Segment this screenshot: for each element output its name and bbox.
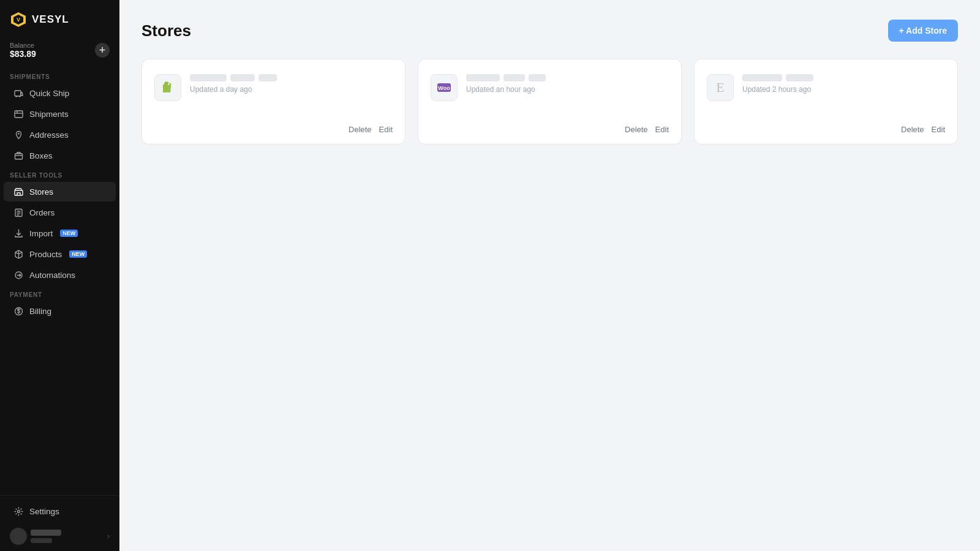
sidebar-item-orders[interactable]: Orders	[4, 203, 116, 222]
billing-icon	[13, 306, 23, 316]
store-logo-etsy: E	[707, 74, 734, 101]
quick-ship-label: Quick Ship	[29, 89, 69, 98]
stores-icon	[13, 187, 23, 197]
sidebar-item-automations[interactable]: Automations	[4, 265, 116, 285]
svg-point-13	[17, 510, 20, 512]
sidebar-item-settings[interactable]: Settings	[4, 501, 116, 521]
main-content: Stores + Add Store	[119, 0, 980, 551]
store-card-etsy: E Updated 2 hours ago Delete Edit	[694, 59, 958, 144]
app-name: VESYL	[32, 13, 69, 26]
orders-icon	[13, 208, 23, 217]
sidebar-logo: V VESYL	[0, 0, 119, 37]
store-name-3	[742, 74, 945, 81]
page-title: Stores	[141, 21, 191, 40]
store-card-top-1: Updated a day ago	[154, 74, 393, 101]
seller-tools-section-label: SELLER TOOLS	[0, 166, 119, 181]
woocommerce-icon: Woo	[436, 80, 452, 96]
import-badge: NEW	[60, 230, 78, 237]
stores-label: Stores	[29, 187, 53, 197]
import-label: Import	[29, 229, 53, 238]
store-updated-2: Updated an hour ago	[466, 85, 669, 94]
name-bar-3b	[786, 74, 813, 81]
sidebar-bottom: Settings ›	[0, 495, 119, 551]
import-icon	[13, 228, 23, 238]
vesyl-logo-icon: V	[10, 11, 27, 28]
add-balance-button[interactable]: +	[95, 43, 110, 58]
store-logo-shopify	[154, 74, 181, 101]
sidebar-item-boxes[interactable]: Boxes	[4, 146, 116, 165]
store-info-1: Updated a day ago	[190, 74, 393, 94]
boxes-icon	[13, 151, 23, 160]
store-delete-button-2[interactable]: Delete	[625, 125, 648, 134]
sidebar-item-stores[interactable]: Stores	[4, 182, 116, 201]
store-card-shopify: Updated a day ago Delete Edit	[141, 59, 405, 144]
sidebar: V VESYL Balance $83.89 + SHIPMENTS Quick…	[0, 0, 119, 551]
svg-rect-8	[15, 154, 22, 159]
sidebar-item-addresses[interactable]: Addresses	[4, 125, 116, 144]
store-name-1	[190, 74, 393, 81]
products-label: Products	[29, 250, 62, 259]
quick-ship-icon	[13, 88, 23, 98]
sidebar-item-import[interactable]: Import NEW	[4, 223, 116, 243]
products-badge: NEW	[69, 250, 87, 258]
orders-label: Orders	[29, 208, 55, 217]
store-card-top-2: Woo Updated an hour ago	[431, 74, 669, 101]
name-bar-2b	[503, 74, 525, 81]
store-updated-3: Updated 2 hours ago	[742, 85, 945, 94]
name-bar-1b	[230, 74, 255, 81]
user-row[interactable]: ›	[0, 522, 119, 551]
store-name-2	[466, 74, 669, 81]
store-info-3: Updated 2 hours ago	[742, 74, 945, 94]
store-updated-1: Updated a day ago	[190, 85, 393, 94]
payment-section-label: PAYMENT	[0, 285, 119, 301]
balance-label: Balance	[10, 42, 36, 49]
store-edit-button-2[interactable]: Edit	[655, 125, 669, 134]
sidebar-item-quick-ship[interactable]: Quick Ship	[4, 83, 116, 103]
user-chevron-icon: ›	[107, 532, 110, 541]
sidebar-item-billing[interactable]: Billing	[4, 301, 116, 321]
automations-label: Automations	[29, 271, 75, 280]
store-delete-button-1[interactable]: Delete	[349, 125, 372, 134]
page-header: Stores + Add Store	[141, 20, 958, 42]
name-bar-2a	[466, 74, 500, 81]
billing-label: Billing	[29, 307, 51, 316]
add-store-button[interactable]: + Add Store	[888, 20, 958, 42]
svg-rect-6	[15, 111, 23, 118]
name-bar-3a	[742, 74, 782, 81]
products-icon	[13, 249, 23, 259]
store-card-woo: Woo Updated an hour ago Delete Edit	[418, 59, 682, 144]
svg-point-5	[19, 96, 20, 97]
svg-point-7	[18, 133, 20, 135]
svg-rect-3	[15, 91, 21, 96]
store-logo-woo: Woo	[431, 74, 458, 101]
name-bar-2c	[529, 74, 546, 81]
store-delete-button-3[interactable]: Delete	[901, 125, 924, 134]
user-name-placeholder	[31, 530, 61, 536]
svg-text:Woo: Woo	[438, 85, 450, 91]
store-edit-button-3[interactable]: Edit	[932, 125, 945, 134]
store-edit-button-1[interactable]: Edit	[379, 125, 393, 134]
user-avatar-area	[10, 528, 61, 545]
name-bar-1a	[190, 74, 227, 81]
settings-label: Settings	[29, 507, 59, 516]
balance-section: Balance $83.89 +	[0, 37, 119, 67]
sidebar-item-shipments[interactable]: Shipments	[4, 104, 116, 124]
shopify-icon	[160, 79, 176, 96]
addresses-label: Addresses	[29, 130, 69, 140]
shipments-label: Shipments	[29, 110, 69, 119]
stores-grid: Updated a day ago Delete Edit Woo	[141, 59, 958, 144]
shipments-section-label: SHIPMENTS	[0, 67, 119, 83]
store-info-2: Updated an hour ago	[466, 74, 669, 94]
boxes-label: Boxes	[29, 151, 53, 160]
avatar-image	[10, 528, 27, 545]
store-card-actions-2: Delete Edit	[431, 116, 669, 134]
store-card-actions-1: Delete Edit	[154, 116, 393, 134]
addresses-icon	[13, 130, 23, 140]
svg-point-4	[15, 96, 17, 97]
sidebar-item-products[interactable]: Products NEW	[4, 244, 116, 264]
svg-text:V: V	[17, 17, 20, 23]
name-bar-1c	[258, 74, 277, 81]
store-card-top-3: E Updated 2 hours ago	[707, 74, 945, 101]
settings-icon	[13, 506, 23, 516]
user-email-placeholder	[31, 538, 52, 543]
